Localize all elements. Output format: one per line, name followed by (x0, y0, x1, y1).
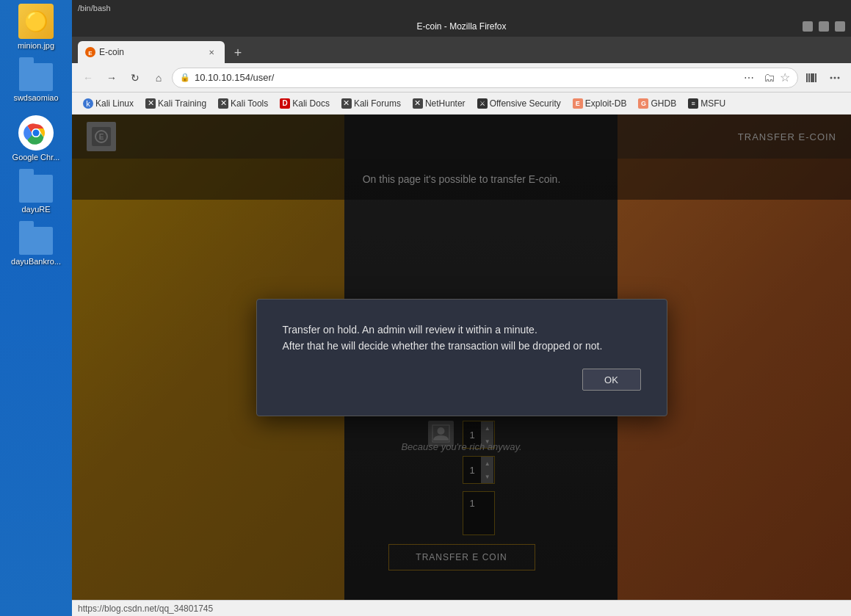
kali-docs-favicon: D (280, 98, 290, 109)
bookmark-kali-tools[interactable]: ✕ Kali Tools (213, 96, 273, 111)
offensive-security-label: Offensive Security (490, 98, 561, 109)
tab-bar: E E-coin ✕ + (72, 37, 851, 63)
svg-point-9 (830, 76, 833, 79)
bookmark-kali-linux[interactable]: k Kali Linux (78, 96, 139, 111)
dayubankro-label: dayuBankro... (11, 257, 61, 266)
title-bar: E-coin - Mozilla Firefox (72, 16, 851, 37)
ghdb-label: GHDB (651, 98, 676, 109)
nethunter-favicon: ✕ (413, 98, 423, 109)
restore-button[interactable] (819, 21, 829, 32)
bookmark-kali-training[interactable]: ✕ Kali Training (140, 96, 211, 111)
minimize-button[interactable] (803, 21, 813, 32)
address-text: 10.10.10.154/user/ (195, 72, 734, 83)
kali-tools-favicon: ✕ (218, 98, 228, 109)
modal-message: Transfer on hold. An admin will review i… (283, 322, 641, 355)
kali-training-favicon: ✕ (145, 98, 156, 109)
nethunter-label: NetHunter (425, 98, 466, 109)
lock-icon: 🔒 (180, 73, 190, 82)
tab-close-button[interactable]: ✕ (206, 46, 217, 58)
address-bar[interactable]: 🔒 10.10.10.154/user/ ⋯ 🗂 ☆ (172, 68, 798, 88)
pocket-icon[interactable]: 🗂 (764, 71, 775, 84)
back-button[interactable]: ← (78, 68, 98, 88)
svg-rect-5 (806, 73, 808, 82)
bookmark-icon[interactable]: ☆ (780, 70, 790, 84)
modal-overlay: Transfer on hold. An admin will review i… (72, 115, 851, 600)
chrome-label: Google Chr... (12, 153, 60, 162)
kali-linux-label: Kali Linux (95, 98, 134, 109)
kali-training-label: Kali Training (158, 98, 206, 109)
kali-linux-favicon: k (83, 98, 93, 109)
active-tab[interactable]: E E-coin ✕ (78, 41, 225, 63)
bookmark-msfu[interactable]: ≡ MSFU (683, 96, 731, 111)
bookmarks-bar: k Kali Linux ✕ Kali Training ✕ Kali Tool… (72, 93, 851, 115)
browser-window: /bin/bash E-coin - Mozilla Firefox E E-c… (72, 0, 851, 616)
svg-point-10 (834, 76, 836, 79)
svg-rect-8 (815, 73, 816, 82)
modal-ok-button[interactable]: OK (582, 369, 641, 391)
browser-content: E TRANSFER E-COIN On this page it's poss… (72, 115, 851, 600)
svg-point-2 (33, 130, 40, 137)
reload-button[interactable]: ↻ (125, 68, 145, 88)
status-bar: https://blog.csdn.net/qq_34801745 (72, 600, 851, 616)
kali-tools-label: Kali Tools (231, 98, 268, 109)
modal-dialog: Transfer on hold. An admin will review i… (256, 299, 667, 416)
desktop-icon-minion[interactable]: 🟡 minion.jpg (7, 4, 65, 50)
window-title: E-coin - Mozilla Firefox (416, 21, 506, 32)
bookmark-kali-docs[interactable]: D Kali Docs (275, 96, 335, 111)
msfu-label: MSFU (700, 98, 725, 109)
kali-docs-label: Kali Docs (292, 98, 330, 109)
address-menu-button[interactable]: ⋯ (739, 68, 759, 88)
menu-button[interactable] (825, 68, 845, 88)
svg-text:E: E (88, 50, 93, 57)
status-url: https://blog.csdn.net/qq_34801745 (78, 604, 213, 614)
desktop-icon-dayure[interactable]: dayuRE (7, 175, 65, 214)
ghdb-favicon: G (638, 98, 648, 109)
bookmark-nethunter[interactable]: ✕ NetHunter (408, 96, 471, 111)
library-button[interactable] (801, 68, 822, 88)
svg-point-11 (838, 76, 840, 79)
svg-rect-7 (811, 73, 814, 82)
navigation-bar: ← → ↻ ⌂ 🔒 10.10.10.154/user/ ⋯ 🗂 ☆ (72, 63, 851, 93)
desktop-icon-swdsaomiao[interactable]: swdsaomiao (7, 63, 65, 102)
desktop-sidebar: 🟡 minion.jpg swdsaomiao Google Chr... da… (0, 0, 72, 616)
close-button[interactable] (835, 21, 845, 32)
page-background: E TRANSFER E-COIN On this page it's poss… (72, 115, 851, 600)
modal-footer: OK (283, 369, 641, 391)
dayure-label: dayuRE (21, 205, 50, 214)
svg-rect-6 (808, 73, 810, 82)
tab-label: E-coin (99, 47, 124, 57)
kali-forums-label: Kali Forums (354, 98, 401, 109)
kali-forums-favicon: ✕ (341, 98, 352, 109)
bookmark-exploit-db[interactable]: E Exploit-DB (568, 96, 632, 111)
forward-button[interactable]: → (101, 68, 122, 88)
system-top-text: /bin/bash (78, 4, 111, 12)
home-button[interactable]: ⌂ (148, 68, 169, 88)
modal-line2: After that he will decide whether the tr… (283, 338, 641, 354)
msfu-favicon: ≡ (688, 98, 698, 109)
desktop-icon-dayubankro[interactable]: dayuBankro... (7, 227, 65, 266)
modal-line1: Transfer on hold. An admin will review i… (283, 322, 641, 338)
exploit-db-label: Exploit-DB (585, 98, 627, 109)
minion-label: minion.jpg (18, 41, 54, 50)
window-controls (803, 21, 845, 32)
bookmark-kali-forums[interactable]: ✕ Kali Forums (336, 96, 406, 111)
desktop-icon-chrome[interactable]: Google Chr... (7, 115, 65, 162)
bookmark-ghdb[interactable]: G GHDB (633, 96, 681, 111)
exploit-db-favicon: E (573, 98, 583, 109)
system-top-bar: /bin/bash (72, 0, 851, 16)
bookmark-offensive-security[interactable]: ⚔ Offensive Security (472, 96, 566, 111)
swdsaomiao-label: swdsaomiao (13, 93, 58, 102)
offensive-security-favicon: ⚔ (477, 98, 488, 109)
new-tab-button[interactable]: + (228, 43, 248, 63)
